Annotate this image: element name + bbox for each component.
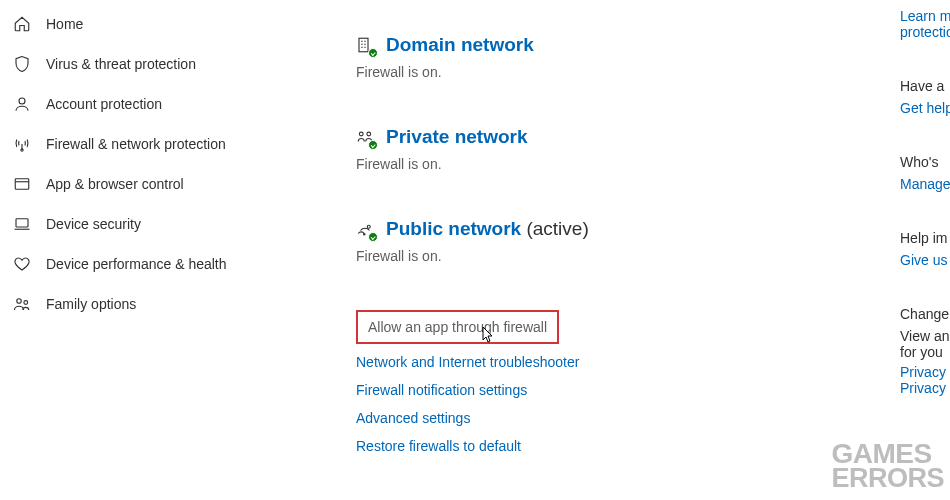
svg-point-8: [367, 132, 371, 136]
sidebar-item-account[interactable]: Account protection: [0, 84, 300, 124]
sidebar-item-label: App & browser control: [46, 176, 184, 192]
public-network-icon: [356, 220, 374, 238]
protection-link[interactable]: protectio: [900, 24, 950, 40]
sidebar-item-app-browser[interactable]: App & browser control: [0, 164, 300, 204]
svg-rect-2: [15, 179, 29, 190]
private-network-block: Private network Firewall is on.: [356, 126, 950, 172]
svg-rect-6: [359, 38, 368, 52]
give-feedback-link[interactable]: Give us: [900, 252, 950, 268]
public-network-block: Public network (active) Firewall is on.: [356, 218, 950, 264]
sidebar: Home Virus & threat protection Account p…: [0, 0, 300, 500]
shield-icon: [12, 54, 32, 74]
private-network-icon: [356, 128, 374, 146]
family-icon: [12, 294, 32, 314]
svg-point-10: [367, 225, 370, 228]
whos-protecting-heading: Who's: [900, 154, 950, 170]
have-question-heading: Have a: [900, 78, 950, 94]
privacy-link-1[interactable]: Privacy: [900, 364, 950, 380]
restore-firewalls-link[interactable]: Restore firewalls to default: [356, 432, 950, 460]
sidebar-item-family[interactable]: Family options: [0, 284, 300, 324]
sidebar-item-label: Firewall & network protection: [46, 136, 226, 152]
sidebar-item-device-security[interactable]: Device security: [0, 204, 300, 244]
sidebar-item-label: Device performance & health: [46, 256, 227, 272]
sidebar-item-label: Virus & threat protection: [46, 56, 196, 72]
main-content: Domain network Firewall is on. Private n…: [300, 0, 950, 500]
sidebar-item-label: Family options: [46, 296, 136, 312]
svg-point-5: [24, 301, 28, 305]
view-and-text: View an: [900, 328, 950, 344]
learn-more-link[interactable]: Learn m: [900, 8, 950, 24]
domain-network-link[interactable]: Domain network: [386, 34, 534, 56]
help-improve-heading: Help im: [900, 230, 950, 246]
network-icon: [12, 134, 32, 154]
sidebar-item-firewall[interactable]: Firewall & network protection: [0, 124, 300, 164]
privacy-link-2[interactable]: Privacy: [900, 380, 950, 396]
sidebar-item-label: Device security: [46, 216, 141, 232]
private-network-link[interactable]: Private network: [386, 126, 528, 148]
right-panel: Learn m protectio Have a Get help Who's …: [900, 0, 950, 500]
change-heading: Change: [900, 306, 950, 322]
for-you-text: for you: [900, 344, 950, 360]
person-icon: [12, 94, 32, 114]
private-network-status: Firewall is on.: [356, 156, 950, 172]
svg-point-9: [364, 234, 366, 236]
get-help-link[interactable]: Get help: [900, 100, 950, 116]
firewall-actions: Allow an app through firewall Network an…: [356, 310, 950, 460]
allow-app-through-firewall-link[interactable]: Allow an app through firewall: [356, 310, 559, 344]
svg-point-0: [19, 98, 25, 104]
domain-network-icon: [356, 36, 374, 54]
sidebar-item-label: Home: [46, 16, 83, 32]
sidebar-item-virus[interactable]: Virus & threat protection: [0, 44, 300, 84]
sidebar-item-label: Account protection: [46, 96, 162, 112]
public-network-status: Firewall is on.: [356, 248, 950, 264]
heart-icon: [12, 254, 32, 274]
public-network-link[interactable]: Public network: [386, 218, 521, 239]
sidebar-item-home[interactable]: Home: [0, 4, 300, 44]
public-network-active: (active): [521, 218, 589, 239]
app-control-icon: [12, 174, 32, 194]
svg-point-7: [359, 132, 363, 136]
svg-point-4: [17, 299, 22, 304]
network-troubleshooter-link[interactable]: Network and Internet troubleshooter: [356, 348, 950, 376]
svg-rect-3: [16, 219, 28, 227]
domain-network-status: Firewall is on.: [356, 64, 950, 80]
firewall-notification-settings-link[interactable]: Firewall notification settings: [356, 376, 950, 404]
sidebar-item-performance[interactable]: Device performance & health: [0, 244, 300, 284]
manage-link[interactable]: Manage: [900, 176, 950, 192]
domain-network-block: Domain network Firewall is on.: [356, 34, 950, 80]
device-icon: [12, 214, 32, 234]
advanced-settings-link[interactable]: Advanced settings: [356, 404, 950, 432]
home-icon: [12, 14, 32, 34]
